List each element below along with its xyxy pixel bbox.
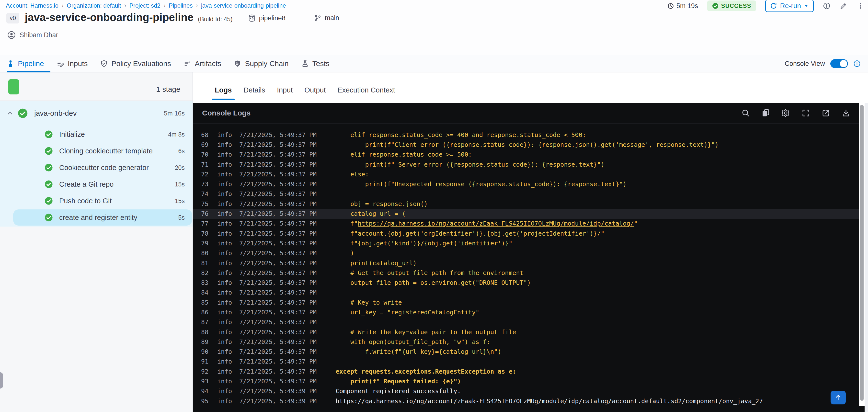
log-text-pre: url_key = "registeredCatalogEntity" (336, 309, 479, 316)
log-scrollbar-thumb[interactable] (860, 105, 864, 401)
log-line: 77 info 7/21/2025, 5:49:37 PM f"https://… (193, 219, 865, 228)
step-row[interactable]: Create a Git repo 15s (0, 176, 192, 193)
search-button[interactable] (741, 108, 750, 118)
shield-check-icon (100, 60, 107, 67)
log-line: 88 info 7/21/2025, 5:49:37 PM # Write th… (193, 327, 865, 337)
log-level: info (217, 200, 232, 208)
log-text-pre: catalog_url = ( (336, 210, 406, 217)
success-check-icon (44, 163, 53, 172)
settings-button[interactable] (781, 108, 790, 118)
console-view-toggle[interactable] (830, 59, 848, 68)
log-timestamp: 7/21/2025, 5:49:37 PM (239, 358, 317, 365)
log-line-number: 79 (201, 240, 212, 247)
log-timestamp: 7/21/2025, 5:49:37 PM (239, 368, 317, 375)
log-text: print(catalog_url) (336, 260, 416, 267)
copy-button[interactable] (761, 108, 770, 118)
breadcrumb-link[interactable]: java-service-onboarding-pipeline (201, 2, 286, 9)
open-in-new-button[interactable] (822, 108, 830, 118)
log-line-number: 69 (201, 141, 212, 148)
breadcrumb-link[interactable]: Organization: default (67, 2, 121, 9)
log-line-number: 73 (201, 181, 212, 188)
log-line: 78 info 7/21/2025, 5:49:37 PM f"account.… (193, 228, 865, 238)
log-line: 68 info 7/21/2025, 5:49:37 PM elif respo… (193, 130, 865, 140)
status-text: SUCCESS (721, 2, 751, 9)
log-timestamp: 7/21/2025, 5:49:37 PM (239, 190, 317, 197)
log-line: 92 info 7/21/2025, 5:49:37 PM except req… (193, 367, 865, 376)
log-timestamp: 7/21/2025, 5:49:37 PM (239, 299, 317, 306)
download-button[interactable] (842, 108, 850, 118)
breadcrumb-link[interactable]: Project: sd2 (129, 2, 160, 9)
log-level: info (217, 299, 232, 306)
stage-row[interactable]: java-onb-dev 5m 16s (0, 101, 192, 126)
more-options-button[interactable] (857, 2, 864, 9)
log-line: 83 info 7/21/2025, 5:49:37 PM output_fil… (193, 278, 865, 287)
top-header: Account: Harness.io› Organization: defau… (0, 0, 868, 72)
breadcrumb-link[interactable]: Pipelines (169, 2, 192, 9)
fullscreen-icon (802, 108, 810, 118)
log-text-pre: print(f"Client error ({response.status_c… (336, 141, 718, 148)
log-line-number: 70 (201, 151, 212, 158)
tab-logs[interactable]: Logs (209, 80, 238, 100)
tab-output[interactable]: Output (299, 80, 332, 100)
log-text: print(f" Request failed: {e}") (336, 378, 461, 385)
log-level: info (217, 348, 232, 355)
log-line: 76 info 7/21/2025, 5:49:37 PM catalog_ur… (193, 209, 865, 219)
supply-chain-icon (234, 60, 241, 67)
tab-artifacts[interactable]: Artifacts (177, 55, 227, 72)
log-text: print(f"Client error ({response.status_c… (336, 141, 718, 148)
log-level: info (217, 161, 232, 168)
log-line-number: 80 (201, 250, 212, 257)
log-text-pre: # Key to write (336, 299, 402, 306)
step-row[interactable]: Cookiecutter code generator 20s (0, 159, 192, 176)
log-link[interactable]: https://qa.harness.io/ng/account/zEaak-F… (336, 398, 763, 405)
log-level: info (217, 141, 232, 148)
chevron-up-icon[interactable] (7, 110, 13, 117)
breadcrumb-separator: › (164, 2, 166, 9)
step-duration: 15s (175, 181, 185, 188)
log-timestamp: 7/21/2025, 5:49:37 PM (239, 240, 317, 247)
tab-inputs[interactable]: Inputs (51, 55, 94, 72)
tab-supply-chain[interactable]: Supply Chain (227, 55, 295, 72)
stage-status-square[interactable] (8, 79, 19, 94)
log-link[interactable]: https://qa.harness.io/ng/account/zEaak-F… (358, 220, 634, 227)
tab-pipeline[interactable]: Pipeline (7, 55, 51, 72)
git-branch-icon (314, 14, 321, 22)
step-duration: 4m 8s (168, 131, 185, 138)
log-line-number: 72 (201, 171, 212, 178)
tab-execution-context[interactable]: Execution Context (332, 80, 401, 100)
console-view-label: Console View (784, 60, 825, 67)
edit-pipeline-button[interactable] (840, 2, 847, 10)
log-level: info (217, 260, 232, 267)
tab-policy-evaluations[interactable]: Policy Evaluations (94, 55, 177, 72)
fullscreen-button[interactable] (802, 108, 810, 118)
rerun-button[interactable]: Re-run (765, 0, 814, 12)
breadcrumb-link[interactable]: Account: Harness.io (6, 2, 59, 9)
log-level: info (217, 250, 232, 257)
tab-tests[interactable]: Tests (295, 55, 336, 72)
log-line-number: 94 (201, 387, 212, 394)
log-text: f"account.{obj.get('orgIdentifier')}.{ob… (336, 230, 604, 237)
log-level: info (217, 240, 232, 247)
log-scrollbar-track[interactable] (859, 103, 865, 406)
step-row[interactable]: Initialize 4m 8s (0, 126, 192, 142)
step-name: Cloning cookiecutter template (59, 147, 153, 155)
tab-details[interactable]: Details (238, 80, 271, 100)
scroll-to-top-button[interactable] (831, 391, 846, 404)
step-row[interactable]: Cloning cookiecutter template 6s (0, 142, 192, 159)
log-timestamp: 7/21/2025, 5:49:37 PM (239, 309, 317, 316)
toggle-knob (840, 60, 847, 67)
run-info-button[interactable] (823, 2, 830, 9)
log-line: 85 info 7/21/2025, 5:49:37 PM # Key to w… (193, 297, 865, 307)
step-name: Push code to Git (59, 197, 112, 205)
tab-input[interactable]: Input (271, 80, 299, 100)
console-view-info-button[interactable] (853, 60, 861, 67)
success-check-icon (44, 130, 53, 138)
step-row[interactable]: create and register entity 5s (0, 209, 192, 226)
tab-label: Artifacts (195, 59, 221, 68)
log-text: obj = response.json() (336, 200, 428, 208)
stage-name: java-onb-dev (34, 109, 76, 118)
step-row[interactable]: Push code to Git 15s (0, 193, 192, 209)
page-scrollbar-thumb[interactable] (0, 372, 3, 388)
log-level: info (217, 151, 232, 158)
breadcrumb-separator: › (62, 2, 64, 9)
